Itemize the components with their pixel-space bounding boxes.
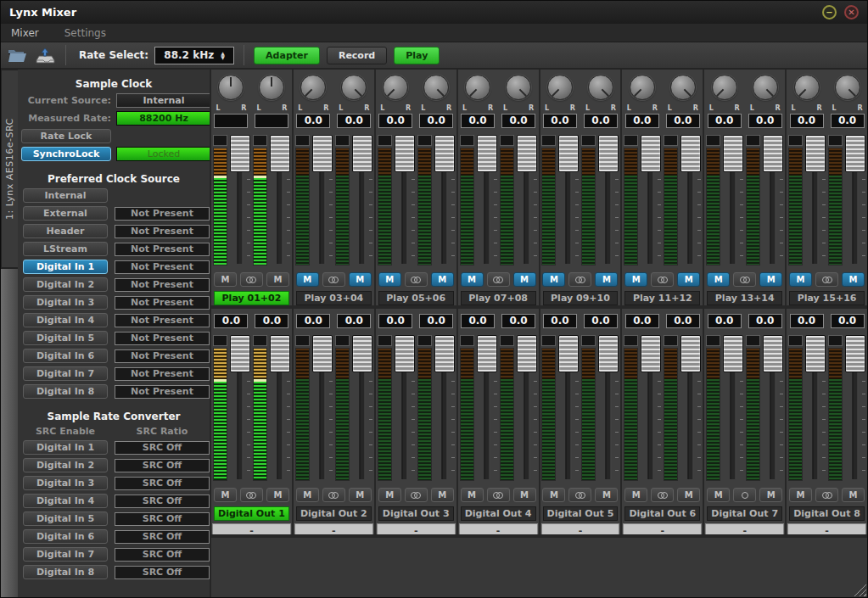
mute-left-button[interactable]: M [789, 272, 812, 287]
stereo-link-button[interactable] [568, 272, 591, 287]
fader-handle[interactable] [680, 335, 701, 372]
mute-right-button[interactable]: M [595, 272, 618, 287]
adapter-button[interactable]: Adapter [254, 47, 320, 64]
fader[interactable] [230, 335, 250, 481]
channel-label[interactable]: Play 03+04 [296, 291, 372, 305]
minimize-button[interactable]: − [822, 5, 837, 20]
output-source-select[interactable]: - [623, 523, 702, 534]
output-source-select[interactable]: - [541, 523, 620, 534]
channel-label[interactable]: Play 13+14 [707, 291, 782, 305]
fader[interactable] [598, 135, 619, 265]
fader[interactable] [230, 135, 250, 265]
pan-knob[interactable] [547, 75, 573, 100]
clock-source-digital-in-8[interactable]: Digital In 8 [23, 384, 108, 399]
pan-knob[interactable] [383, 75, 408, 100]
fader[interactable] [352, 135, 372, 265]
mute-left-button[interactable]: M [378, 488, 401, 502]
pan-knob[interactable] [794, 75, 820, 100]
clock-source-external[interactable]: External [23, 206, 108, 221]
src-enable-digital-in-6[interactable]: Digital In 6 [23, 529, 108, 544]
channel-label[interactable]: Digital Out 3 [378, 506, 454, 521]
fader[interactable] [805, 135, 826, 265]
src-enable-digital-in-4[interactable]: Digital In 4 [23, 494, 108, 508]
stereo-link-button[interactable] [487, 488, 510, 502]
mute-left-button[interactable]: M [378, 272, 401, 287]
record-button[interactable]: Record [327, 47, 387, 64]
mute-right-button[interactable]: M [513, 488, 536, 502]
fader[interactable] [641, 135, 661, 265]
mute-right-button[interactable]: M [842, 488, 865, 502]
fader-handle[interactable] [558, 335, 579, 372]
fader[interactable] [395, 135, 415, 265]
channel-label[interactable]: Play 07+08 [461, 291, 536, 305]
fader[interactable] [434, 135, 455, 265]
mute-left-button[interactable]: M [624, 488, 647, 502]
stereo-link-button[interactable] [487, 272, 510, 287]
fader[interactable] [598, 335, 619, 481]
channel-label[interactable]: Digital Out 8 [789, 506, 865, 521]
stereo-link-button[interactable] [405, 272, 428, 287]
clock-source-lstream[interactable]: LStream [23, 242, 108, 256]
fader[interactable] [641, 335, 661, 481]
stereo-link-button[interactable] [815, 488, 838, 502]
fader[interactable] [558, 135, 579, 265]
mute-left-button[interactable]: M [296, 488, 319, 502]
fader-handle[interactable] [352, 335, 372, 372]
channel-label[interactable]: Digital Out 6 [624, 506, 700, 521]
channel-label[interactable]: Play 01+02 [214, 291, 289, 305]
pan-knob[interactable] [218, 75, 244, 100]
menu-mixer[interactable]: Mixer [11, 27, 39, 39]
fader[interactable] [517, 135, 537, 265]
fader-handle[interactable] [763, 335, 783, 372]
clock-source-internal[interactable]: Internal [23, 188, 108, 203]
mute-right-button[interactable]: M [431, 488, 454, 502]
fader[interactable] [845, 135, 865, 265]
channel-label[interactable]: Digital Out 7 [707, 506, 782, 521]
clock-source-digital-in-2[interactable]: Digital In 2 [23, 277, 108, 292]
output-source-select[interactable]: - [459, 523, 538, 534]
output-source-select[interactable]: - [705, 523, 784, 534]
channel-label[interactable]: Play 11+12 [624, 291, 700, 305]
pan-knob[interactable] [423, 75, 449, 100]
fader-handle[interactable] [434, 135, 455, 172]
mute-left-button[interactable]: M [707, 488, 730, 502]
channel-label[interactable]: Digital Out 5 [543, 506, 619, 521]
clock-source-header[interactable]: Header [23, 224, 108, 238]
stereo-link-button[interactable] [651, 272, 674, 287]
fader-handle[interactable] [805, 135, 826, 172]
mute-right-button[interactable]: M [431, 272, 454, 287]
clock-source-digital-in-1[interactable]: Digital In 1 [23, 260, 108, 274]
save-scene-icon[interactable] [34, 46, 56, 64]
fader-handle[interactable] [805, 335, 826, 372]
clock-source-digital-in-3[interactable]: Digital In 3 [23, 295, 108, 310]
fader-handle[interactable] [312, 135, 333, 172]
pan-knob[interactable] [753, 75, 778, 100]
mute-left-button[interactable]: M [296, 272, 319, 287]
fader[interactable] [270, 335, 290, 481]
pan-knob[interactable] [341, 75, 367, 100]
fader[interactable] [477, 335, 497, 481]
src-enable-digital-in-5[interactable]: Digital In 5 [23, 511, 108, 526]
clock-source-digital-in-4[interactable]: Digital In 4 [23, 313, 108, 327]
src-enable-digital-in-7[interactable]: Digital In 7 [23, 547, 108, 562]
stereo-link-button[interactable] [322, 272, 345, 287]
mute-left-button[interactable]: M [707, 272, 730, 287]
mute-left-button[interactable]: M [624, 272, 647, 287]
mute-left-button[interactable]: M [542, 272, 565, 287]
fader-handle[interactable] [434, 335, 455, 372]
mute-right-button[interactable]: M [677, 488, 700, 502]
mute-right-button[interactable]: M [677, 272, 700, 287]
src-enable-digital-in-3[interactable]: Digital In 3 [23, 476, 108, 490]
stereo-link-button[interactable] [240, 488, 263, 502]
mute-left-button[interactable]: M [214, 272, 237, 287]
fader-handle[interactable] [763, 135, 783, 172]
fader-handle[interactable] [395, 135, 415, 172]
spinner-arrows-icon[interactable]: ▲▼ [221, 51, 225, 59]
src-enable-digital-in-8[interactable]: Digital In 8 [23, 565, 108, 579]
pan-knob[interactable] [588, 75, 613, 100]
src-enable-digital-in-1[interactable]: Digital In 1 [23, 440, 108, 455]
src-enable-digital-in-2[interactable]: Digital In 2 [23, 458, 108, 472]
fader-handle[interactable] [558, 135, 579, 172]
fader[interactable] [845, 335, 865, 481]
fader[interactable] [434, 335, 455, 481]
